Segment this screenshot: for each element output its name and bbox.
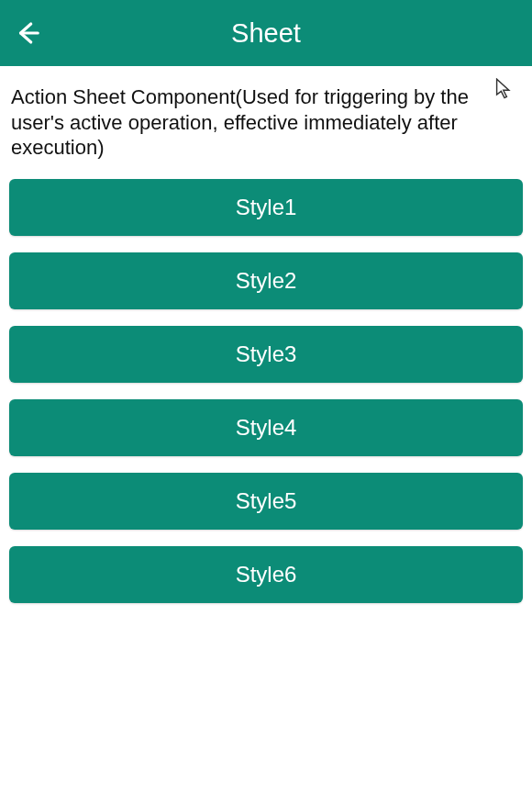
style3-button[interactable]: Style3 — [9, 326, 523, 383]
description-text: Action Sheet Component(Used for triggeri… — [9, 84, 523, 161]
style1-button[interactable]: Style1 — [9, 179, 523, 236]
header-bar: Sheet — [0, 0, 532, 66]
style5-button[interactable]: Style5 — [9, 473, 523, 530]
style2-button[interactable]: Style2 — [9, 252, 523, 309]
back-arrow-icon — [14, 19, 41, 47]
content-area: Action Sheet Component(Used for triggeri… — [0, 66, 532, 612]
style4-button[interactable]: Style4 — [9, 399, 523, 456]
back-button[interactable] — [9, 15, 46, 51]
button-list: Style1 Style2 Style3 Style4 Style5 Style… — [9, 179, 523, 603]
page-title: Sheet — [0, 18, 532, 49]
style6-button[interactable]: Style6 — [9, 546, 523, 603]
